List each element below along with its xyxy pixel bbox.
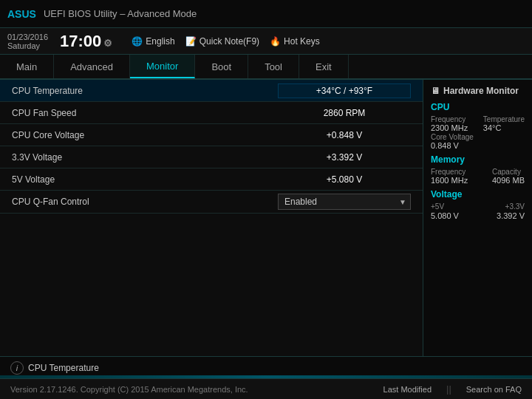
tab-monitor[interactable]: Monitor [130,55,195,78]
datetime-bar: 01/23/2016 Saturday 17:00⚙ 🌐 English 📝 Q… [0,28,532,55]
cpu-fan-value: 2860 RPM [278,108,411,118]
5v-voltage-label: 5V Voltage [12,174,278,185]
hw-core-voltage-row: Core Voltage 0.848 V [431,133,525,150]
info-icon: i [10,361,24,375]
hw-volt-labels-row: +5V +3.3V [431,202,525,211]
quicknote-button[interactable]: 📝 Quick Note(F9) [185,36,259,47]
tab-tool[interactable]: Tool [248,55,299,78]
hw-cpu-freq-col: Frequency 2300 MHz [431,115,468,132]
hw-5v-value: 5.080 V [431,211,459,220]
settings-panel: CPU Temperature +34°C / +93°F CPU Fan Sp… [0,80,423,356]
date-section: 01/23/2016 Saturday [7,33,48,50]
top-bar: ASUS UEFI BIOS Utility – Advanced Mode [0,0,532,28]
row-core-voltage: CPU Core Voltage +0.848 V [0,124,423,146]
content-area: CPU Temperature +34°C / +93°F CPU Fan Sp… [0,80,532,356]
time-gear-icon[interactable]: ⚙ [103,38,112,49]
row-cpu-fan: CPU Fan Speed 2860 RPM [0,102,423,124]
cpu-qfan-dropdown-wrapper: Enabled Disabled Auto ▼ [278,194,411,210]
hw-mem-cap-col: Capacity 4096 MB [492,168,525,185]
hw-cpu-temp-label: Temperature [483,115,525,123]
info-bar: i CPU Temperature [0,356,532,378]
hw-cpu-temp-value: 34°C [483,123,525,132]
hw-33v-value: 3.392 V [497,211,525,220]
asus-logo: ASUS [7,8,36,20]
hw-mem-freq-value: 1600 MHz [431,176,468,185]
hw-volt-values-row: 5.080 V 3.392 V [431,211,525,220]
hw-mem-freq-label: Frequency [431,168,468,176]
hotkeys-label: Hot Keys [284,36,320,47]
search-faq-link[interactable]: Search on FAQ [466,385,522,394]
quicknote-label: Quick Note(F9) [200,36,259,47]
date-line2: Saturday [7,41,48,50]
footer-divider: || [446,383,451,395]
hw-monitor-panel: 🖥 Hardware Monitor CPU Frequency 2300 MH… [423,80,532,356]
language-selector[interactable]: 🌐 English [132,36,174,47]
cpu-temp-value: +34°C / +93°F [278,83,411,98]
hw-voltage-title: Voltage [431,189,525,200]
row-5v-voltage: 5V Voltage +5.080 V [0,168,423,191]
nav-bar: Main Advanced Monitor Boot Tool Exit [0,55,532,80]
footer-right: Last Modified || Search on FAQ [383,383,522,395]
language-label: English [146,36,174,47]
time-display: 17:00⚙ [60,32,112,51]
footer-bar: Version 2.17.1246. Copyright (C) 2015 Am… [0,378,532,399]
hw-cpu-freq-value: 2300 MHz [431,123,468,132]
core-voltage-label: CPU Core Voltage [12,130,278,140]
row-cpu-qfan: CPU Q-Fan Control Enabled Disabled Auto … [0,191,423,214]
hw-33v-label: +3.3V [505,202,525,211]
cpu-temp-label: CPU Temperature [12,86,278,96]
hotkeys-button[interactable]: 🔥 Hot Keys [270,36,320,47]
last-modified-link[interactable]: Last Modified [383,385,432,394]
5v-voltage-value: +5.080 V [278,174,411,185]
hw-core-voltage-value: 0.848 V [431,141,525,150]
quicknote-icon: 📝 [185,36,197,47]
row-3v3-voltage: 3.3V Voltage +3.392 V [0,146,423,168]
hw-monitor-title: 🖥 Hardware Monitor [431,86,525,96]
tab-main[interactable]: Main [0,55,54,78]
tab-advanced[interactable]: Advanced [54,55,130,78]
hotkeys-icon: 🔥 [270,36,281,47]
info-text: CPU Temperature [28,363,99,373]
app-title: UEFI BIOS Utility – Advanced Mode [44,8,197,19]
tab-exit[interactable]: Exit [299,55,349,78]
hw-mem-cap-value: 4096 MB [492,176,525,185]
toolbar: 🌐 English 📝 Quick Note(F9) 🔥 Hot Keys [132,36,319,47]
core-voltage-value: +0.848 V [278,130,411,140]
hw-5v-label: +5V [431,202,444,211]
cpu-fan-label: CPU Fan Speed [12,108,278,118]
hw-cpu-freq-row: Frequency 2300 MHz Temperature 34°C [431,115,525,132]
hw-cpu-freq-label: Frequency [431,115,468,123]
hw-memory-title: Memory [431,154,525,165]
hw-mem-row: Frequency 1600 MHz Capacity 4096 MB [431,168,525,185]
tab-boot[interactable]: Boot [195,55,248,78]
3v3-voltage-label: 3.3V Voltage [12,152,278,163]
cpu-qfan-dropdown[interactable]: Enabled Disabled Auto [278,194,411,210]
row-cpu-temp: CPU Temperature +34°C / +93°F [0,80,423,102]
hw-core-voltage-label: Core Voltage [431,133,525,141]
hw-mem-freq-col: Frequency 1600 MHz [431,168,468,185]
cpu-qfan-label: CPU Q-Fan Control [12,197,278,207]
date-line1: 01/23/2016 [7,33,48,41]
3v3-voltage-value: +3.392 V [278,152,411,163]
language-icon: 🌐 [132,36,143,47]
footer-copyright: Version 2.17.1246. Copyright (C) 2015 Am… [10,385,248,394]
hw-cpu-title: CPU [431,102,525,112]
hw-mem-cap-label: Capacity [492,168,525,176]
monitor-icon: 🖥 [431,86,440,96]
hw-cpu-temp-col: Temperature 34°C [483,115,525,132]
